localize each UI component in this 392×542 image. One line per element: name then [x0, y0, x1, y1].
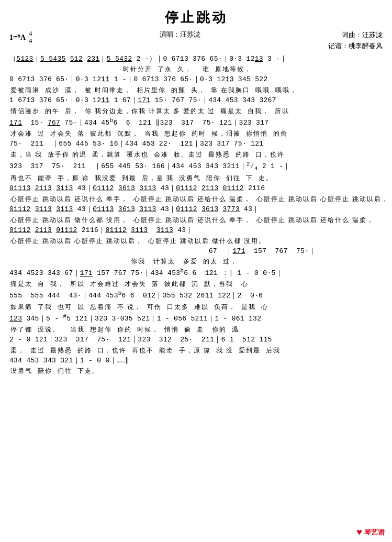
lyric-line-0: 时针分开 了永 久， 谁 原地等候， — [9, 64, 383, 74]
key-signature: 1=ᵇA — [9, 33, 26, 42]
music-line-0: （5123｜5 5435 512 231｜5 5432 2 -）｜0 6713 … — [9, 54, 383, 65]
lyric-line-2: 情侣漫步 的午 后， 你 我分边走，你我 计算太 多 爱的太 过 痛是太 自我，… — [9, 106, 383, 116]
music-line-1: 0 6713 376 65·｜0·3 1211 1 -｜0 6713 376 6… — [9, 74, 383, 85]
line9: 67 ｜171 157 767 75·｜ 你我 计算太 多爱 的太 过， — [9, 246, 383, 267]
music-line-14: 434 453 343 321｜1 - 0 0｜……‖ — [9, 356, 383, 367]
music-line-3: 171 15· 767 75·｜434 45b6 6 121 ‖323 317 … — [9, 116, 383, 129]
line12: 123 345｜5 - #5 121｜323 3·035 521｜1 - 056… — [9, 312, 383, 334]
line1: 0 6713 376 65·｜0·3 1211 1 -｜0 6713 376 6… — [9, 74, 383, 95]
lyric-line-7: 心脏停止 跳动以后 做什么都 没用， 心脏停止 跳动以后 还说什么 奉手， 心脏… — [9, 215, 383, 225]
lyric-line-14: 没勇气 陪你 们往 下走。 — [9, 366, 383, 375]
lyric-line-13: 柔， 走过 最熟悉 的路 口，也许 再也不 能牵 手，原 谅 我 没 爱到最 后… — [9, 346, 383, 355]
composer-label: 词曲： — [342, 31, 362, 39]
lyric-line-1: 爱被雨淋 成沙 漠， 被 时间带走， 相片里你 的颤 头， 靠 在我胸口 哦哦 … — [9, 85, 383, 95]
watermark: ♥ 琴艺谱 — [356, 527, 385, 538]
lyric-line-5: 再也不 能牵 手，原 谅 我没爱 到最 后，是 我 没勇气 陪你 们往 下 走。 — [9, 173, 383, 183]
watermark-site: 琴艺谱 — [364, 528, 385, 537]
music-line-10: 434 4523 343 67｜171 157 767 75·｜434 453b… — [9, 267, 383, 279]
line13: 2 - 0 121｜323 317 75· 121｜323 312 25· 21… — [9, 335, 383, 355]
watermark-heart-icon: ♥ — [356, 527, 362, 538]
music-line-7: 01112 3113 3113 43｜01113 3613 3113 43｜01… — [9, 204, 383, 215]
lyric-line-8: 心脏停止 跳动以后 心脏停止 跳动以后， 心脏停止 跳动以后 做什么都 没用。 — [9, 236, 383, 246]
lyric-line-4: 走，当 我 放手你 的温 柔，就算 覆水也 会难 收。走过 最熟悉 的路 口，也… — [9, 150, 383, 159]
line11: 555 555 444 43·｜444 453b6 6 012｜355 532 … — [9, 289, 383, 311]
music-line-12: 123 345｜5 - #5 121｜323 3·035 521｜1 - 056… — [9, 312, 383, 325]
score-body: （5123｜5 5435 512 231｜5 5432 2 -）｜0 6713 … — [9, 54, 383, 376]
composer-name: 汪苏泷 — [362, 31, 383, 39]
lyric-line-3: 才会难 过 才会失 落 彼此都 沉默， 当我 想起你 的时 候，泪被 你悄悄 的… — [9, 129, 383, 138]
music-line-5: 323 317 75· 211 ｜655 445 53· 166｜434 453… — [9, 160, 383, 173]
lyric-line-12: 停了都 没说。 当我 想起你 你的 时候， 悄悄 偷 走 你的 温 — [9, 325, 383, 334]
line3: 171 15· 767 75·｜434 45b6 6 121 ‖323 317 … — [9, 116, 383, 138]
music-line-6: 01113 2113 3113 43｜01112 3613 3113 43｜01… — [9, 183, 383, 194]
music-line-13: 2 - 0 121｜323 317 75· 121｜323 312 25· 21… — [9, 335, 383, 346]
performer-name: 汪苏泷 — [180, 30, 200, 38]
line4: 75· 211 ｜655 445 53· 16｜434 453 22· 121｜… — [9, 139, 383, 159]
music-line-4: 75· 211 ｜655 445 53· 16｜434 453 22· 121｜… — [9, 139, 383, 150]
lyric-line-10: 痛是太 自 我， 所以 才会难过 才会失 落 彼此都 沉 默，当我 心 — [9, 279, 383, 289]
music-line-2: 1 6713 376 65·｜0·3 1211 1 67｜171 15· 767… — [9, 95, 383, 106]
line14: 434 453 343 321｜1 - 0 0｜……‖ 没勇气 陪你 们往 下走… — [9, 356, 383, 376]
lyric-line-11: 如果痛 了我 也可 以 忍着痛 不 说， 可伤 口太多 难以 负荷， 是我 心 — [9, 302, 383, 312]
line7: 01112 3113 3113 43｜01113 3613 3113 43｜01… — [9, 204, 383, 225]
line2: 1 6713 376 65·｜0·3 1211 1 67｜171 15· 767… — [9, 95, 383, 116]
transcriber-name: 桃李醉春风 — [349, 42, 383, 50]
music-line-11: 555 555 444 43·｜444 453b6 6 012｜355 532 … — [9, 289, 383, 302]
key-time-signature: 1=ᵇA 4 4 — [9, 30, 32, 45]
performer-label: 演唱： — [160, 30, 180, 38]
intro-block: （5123｜5 5435 512 231｜5 5432 2 -）｜0 6713 … — [9, 54, 383, 74]
transcriber-label: 记谱： — [328, 42, 349, 50]
title: 停止跳动 — [9, 8, 383, 27]
line5: 323 317 75· 211 ｜655 445 53· 166｜434 453… — [9, 160, 383, 183]
performer-info: 演唱：汪苏泷 — [32, 30, 328, 39]
line6: 01113 2113 3113 43｜01112 3613 3113 43｜01… — [9, 183, 383, 204]
music-line-9: 67 ｜171 157 767 75·｜ — [9, 246, 383, 257]
line10: 434 4523 343 67｜171 157 767 75·｜434 453b… — [9, 267, 383, 289]
music-line-8: 01112 2113 01112 2116｜01112 3113 3113 43… — [9, 225, 383, 236]
lyric-line-6: 心脏停止 跳动以后 还说什么 奉手， 心脏停止 跳动以后 还给什么 温柔， 心脏… — [9, 194, 383, 204]
lyric-line-9: 你我 计算太 多爱 的太 过， — [9, 257, 383, 266]
composer-info: 词曲：汪苏泷 记谱：桃李醉春风 — [328, 30, 383, 52]
line8: 01112 2113 01112 2116｜01112 3113 3113 43… — [9, 225, 383, 246]
